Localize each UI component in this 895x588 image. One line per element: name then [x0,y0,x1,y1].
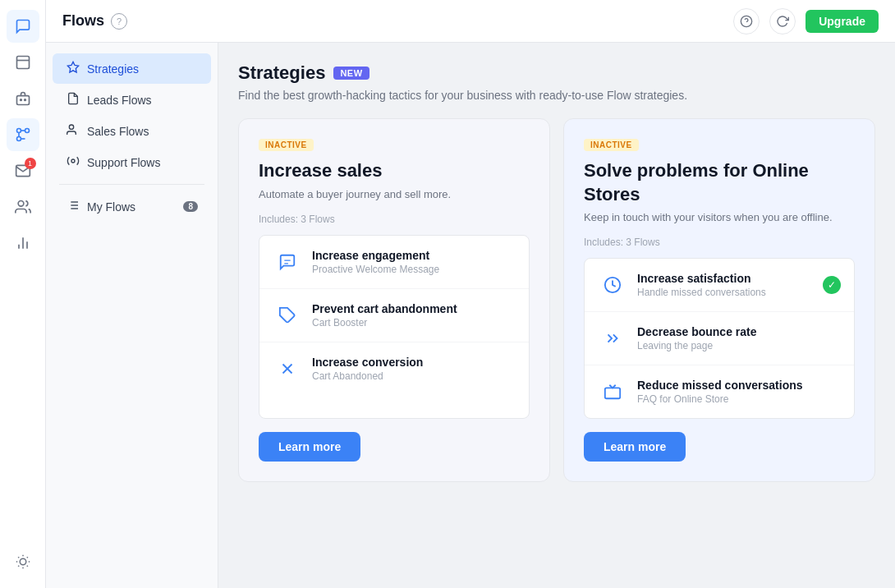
increase-sales-status: INACTIVE [259,139,314,151]
svg-point-3 [20,99,21,101]
svg-line-18 [18,557,19,558]
bounce-icon [598,324,627,353]
bounce-name: Decrease bounce rate [637,325,841,338]
engagement-sub: Proactive Welcome Message [312,264,516,275]
satisfaction-info: Increase satisfaction Handle missed conv… [637,272,813,298]
cart-abandonment-sub: Cart Booster [312,317,516,328]
top-header: Flows ? Upgrade [46,0,895,43]
bounce-sub: Leaving the page [637,340,841,351]
flow-item-bounce: Decrease bounce rate Leaving the page [585,312,854,365]
sidebar-icon-bot[interactable] [7,82,39,115]
increase-sales-description: Automate a buyer journey and sell more. [259,188,530,200]
sales-flows-icon [66,123,80,139]
conversion-sub: Cart Abandoned [312,370,516,382]
missed-info: Reduce missed conversations FAQ for Onli… [637,379,841,405]
svg-point-7 [16,137,21,141]
increase-sales-flow-list: Increase engagement Proactive Welcome Me… [259,235,530,420]
missed-name: Reduce missed conversations [637,379,841,392]
satisfaction-name: Increase satisfaction [637,272,813,285]
nav-divider [59,184,204,185]
svg-rect-2 [16,96,29,105]
sidebar-icon-flows[interactable] [7,118,39,151]
solve-problems-includes: Includes: 3 Flows [584,237,855,248]
strategies-title: Strategies [238,62,325,84]
increase-sales-title: Increase sales [259,159,530,183]
engagement-icon [273,247,302,277]
svg-point-15 [20,558,26,565]
satisfaction-icon [598,270,627,300]
main-wrap: Flows ? Upgrade [46,0,895,588]
missed-icon [598,377,627,407]
strategies-subtitle: Find the best growth-hacking tactics for… [238,89,875,102]
svg-point-6 [25,129,29,133]
conversion-icon [273,354,302,384]
sidebar-icon-reports[interactable] [7,227,39,260]
cart-abandonment-icon [273,301,302,330]
increase-sales-learn-more-button[interactable]: Learn more [259,432,360,462]
sidebar-icon-inbox[interactable] [7,46,39,79]
flow-item-satisfaction: Increase satisfaction Handle missed conv… [585,259,854,312]
increase-sales-includes: Includes: 3 Flows [259,214,530,225]
title-area: Flows ? [62,12,127,30]
my-flows-icon [66,199,80,214]
solve-problems-status: INACTIVE [584,139,639,151]
flow-item-conversion: Increase conversion Cart Abandoned [259,342,529,395]
svg-line-23 [26,557,27,558]
engagement-name: Increase engagement [312,249,516,262]
solve-problems-flow-list: Increase satisfaction Handle missed conv… [584,258,855,419]
flow-item-cart-abandonment: Prevent cart abandonment Cart Booster [259,289,529,342]
increase-sales-card: INACTIVE Increase sales Automate a buyer… [238,118,550,482]
satisfaction-check: ✓ [823,276,841,294]
sidebar-item-sales-flows-label: Sales Flows [87,125,149,138]
my-flows-badge: 8 [183,201,198,212]
svg-line-19 [26,566,27,567]
solve-problems-description: Keep in touch with your visitors when yo… [584,211,855,223]
solve-problems-learn-more-button[interactable]: Learn more [584,432,686,462]
sidebar-item-support-flows[interactable]: Support Flows [53,147,211,177]
svg-point-4 [24,99,25,101]
help-circle-icon[interactable] [733,8,760,34]
svg-rect-39 [605,388,620,399]
bounce-info: Decrease bounce rate Leaving the page [637,325,841,351]
strategies-icon [66,61,80,76]
svg-point-11 [18,201,24,207]
sidebar-item-my-flows-label: My Flows [87,200,135,214]
conversion-info: Increase conversion Cart Abandoned [312,356,516,382]
conversion-name: Increase conversion [312,356,516,369]
solve-problems-card: INACTIVE Solve problems for Online Store… [563,118,875,482]
refresh-icon[interactable] [769,8,796,34]
sidebar-icon-chat[interactable] [7,10,39,43]
svg-point-27 [69,125,73,129]
strategies-page-header: Strategies NEW [238,62,875,84]
new-badge: NEW [333,67,369,80]
sidebar-icon-messages[interactable]: 1 [7,154,39,187]
support-flows-icon [66,154,80,170]
content-area: Strategies NEW Find the best growth-hack… [218,43,895,588]
svg-marker-26 [67,62,78,72]
icon-sidebar: 1 [0,0,46,588]
leads-flows-icon [66,92,80,108]
header-actions: Upgrade [733,8,879,34]
svg-line-22 [18,566,19,567]
sidebar-item-sales-flows[interactable]: Sales Flows [53,116,211,146]
page-title: Flows [62,12,104,30]
sidebar-item-support-flows-label: Support Flows [87,156,160,169]
sidebar-icon-contacts[interactable] [7,191,39,223]
settings-icon[interactable] [7,545,39,578]
help-icon[interactable]: ? [111,13,127,30]
cards-grid: INACTIVE Increase sales Automate a buyer… [238,118,875,482]
messages-badge: 1 [25,158,36,169]
sidebar-item-my-flows[interactable]: My Flows 8 [53,191,211,222]
missed-sub: FAQ for Online Store [637,393,841,405]
flow-item-missed: Reduce missed conversations FAQ for Onli… [585,365,854,418]
flow-item-engagement: Increase engagement Proactive Welcome Me… [259,236,529,289]
sidebar-item-leads-flows[interactable]: Leads Flows [53,85,211,115]
upgrade-button[interactable]: Upgrade [806,10,879,33]
satisfaction-sub: Handle missed conversations [637,287,813,298]
svg-rect-0 [16,57,29,69]
solve-problems-title: Solve problems for Online Stores [584,159,855,206]
engagement-info: Increase engagement Proactive Welcome Me… [312,249,516,275]
body-wrap: Strategies Leads Flows Sales Flows [46,43,895,588]
sidebar-item-strategies[interactable]: Strategies [53,53,211,84]
sidebar-item-leads-flows-label: Leads Flows [87,94,152,107]
